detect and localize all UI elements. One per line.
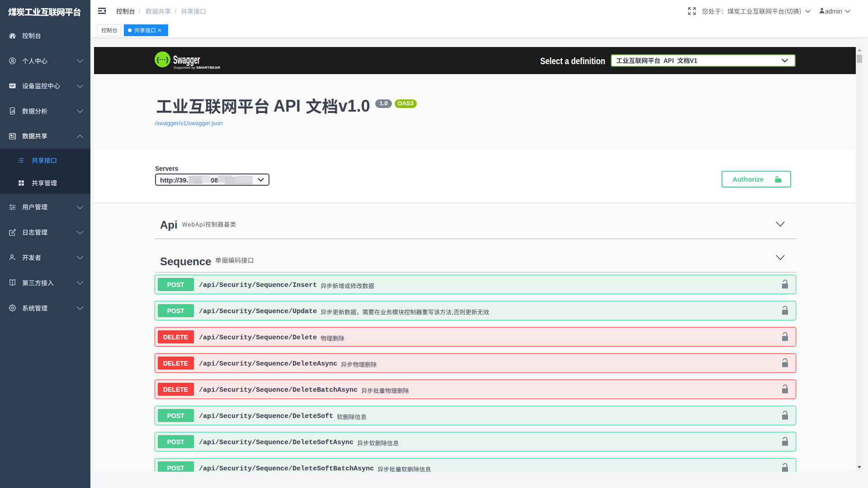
svg-text:{···}: {···} bbox=[156, 56, 169, 63]
